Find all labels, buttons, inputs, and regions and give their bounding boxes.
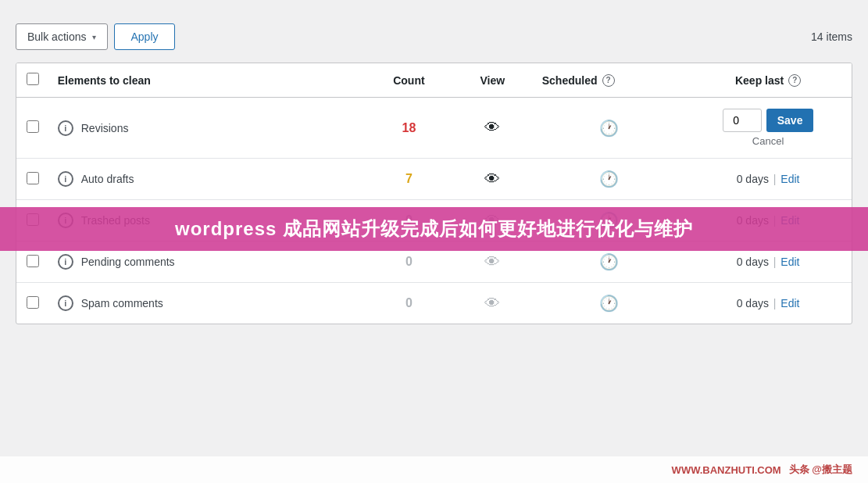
scheduled-help-icon[interactable]: ? — [602, 74, 615, 87]
table-row: i Auto drafts 7 👁 🕐 0 days — [16, 159, 852, 200]
page-wrapper: Bulk actions ▾ Apply 14 items Elements t… — [0, 0, 868, 483]
info-icon-spamcomments[interactable]: i — [58, 295, 73, 311]
apply-button[interactable]: Apply — [114, 23, 174, 50]
header-checkbox-cell — [16, 63, 50, 98]
row-count-autodrafts: 7 — [367, 159, 451, 200]
table-row: i Spam comments 0 👁 🕐 0 days — [16, 283, 852, 324]
clock-icon-revisions: 🕐 — [599, 120, 619, 137]
count-value-pendingcomments: 0 — [405, 255, 413, 268]
count-value-autodrafts: 7 — [405, 172, 413, 185]
eye-icon-autodrafts[interactable]: 👁 — [484, 170, 500, 188]
header-count: Count — [367, 63, 451, 98]
row-scheduled-revisions: 🕐 — [534, 98, 684, 159]
count-value-spamcomments: 0 — [405, 296, 413, 309]
row-keeplast-autodrafts: 0 days | Edit — [684, 159, 852, 200]
clock-icon-pendingcomments: 🕐 — [599, 253, 619, 270]
edit-link-autodrafts[interactable]: Edit — [780, 173, 799, 185]
row-view-revisions: 👁 — [451, 98, 534, 159]
select-all-checkbox[interactable] — [27, 73, 39, 85]
header-view: View — [451, 63, 534, 98]
header-elements: Elements to clean — [50, 63, 367, 98]
count-value-revisions: 18 — [402, 121, 416, 134]
row-checkbox-revisions[interactable] — [27, 120, 39, 133]
watermark-banner: wordpress 成品网站升级完成后如何更好地进行优化与维护 — [0, 207, 868, 251]
clock-icon-spamcomments: 🕐 — [599, 295, 619, 312]
items-count: 14 items — [811, 30, 852, 43]
row-element-revisions: i Revisions — [50, 98, 367, 159]
element-label-revisions: Revisions — [81, 122, 129, 134]
days-text-spamcomments: 0 days — [737, 297, 769, 309]
row-checkbox-cell — [16, 159, 50, 200]
info-icon-pendingcomments[interactable]: i — [58, 254, 73, 270]
keep-last-input-revisions[interactable] — [723, 109, 762, 132]
info-icon-autodrafts[interactable]: i — [58, 171, 73, 187]
element-label-spamcomments: Spam comments — [81, 297, 163, 309]
watermark-bottom: WWW.BANZHUTI.COM 头条 @搬主题 — [0, 456, 868, 483]
chevron-down-icon: ▾ — [92, 33, 96, 41]
row-checkbox-cell — [16, 98, 50, 159]
table-container: Elements to clean Count View Scheduled ? — [16, 63, 852, 324]
clock-icon-autodrafts: 🕐 — [599, 170, 619, 188]
eye-icon-pendingcomments[interactable]: 👁 — [484, 253, 500, 270]
row-view-autodrafts: 👁 — [451, 159, 534, 200]
row-checkbox-spamcomments[interactable] — [27, 296, 39, 309]
save-button-revisions[interactable]: Save — [766, 109, 814, 132]
toolbar: Bulk actions ▾ Apply 14 items — [16, 23, 852, 50]
row-checkbox-cell — [16, 283, 50, 324]
cancel-link-revisions[interactable]: Cancel — [752, 135, 784, 147]
table-header-row: Elements to clean Count View Scheduled ? — [16, 63, 852, 98]
eye-icon-spamcomments[interactable]: 👁 — [484, 295, 500, 312]
header-keep-last: Keep last ? — [684, 63, 852, 98]
row-element-autodrafts: i Auto drafts — [50, 159, 367, 200]
row-checkbox-autodrafts[interactable] — [27, 172, 39, 184]
header-scheduled: Scheduled ? — [534, 63, 684, 98]
table-row: i Revisions 18 👁 🕐 — [16, 98, 852, 159]
toolbar-left: Bulk actions ▾ Apply — [16, 23, 175, 50]
toolbar-right: 14 items — [811, 30, 852, 43]
row-count-revisions: 18 — [367, 98, 451, 159]
info-icon-revisions[interactable]: i — [58, 120, 73, 136]
main-table: Elements to clean Count View Scheduled ? — [16, 63, 852, 324]
row-count-spamcomments: 0 — [367, 283, 451, 324]
bulk-actions-label: Bulk actions — [27, 30, 86, 43]
element-label-autodrafts: Auto drafts — [81, 173, 134, 185]
days-text-pendingcomments: 0 days — [737, 256, 769, 268]
element-label-pendingcomments: Pending comments — [81, 256, 175, 268]
eye-icon-revisions[interactable]: 👁 — [484, 119, 500, 136]
days-text-autodrafts: 0 days — [737, 173, 769, 185]
row-checkbox-pendingcomments[interactable] — [27, 255, 39, 267]
edit-link-spamcomments[interactable]: Edit — [780, 297, 799, 309]
row-keeplast-spamcomments: 0 days | Edit — [684, 283, 852, 324]
watermark-source1: WWW.BANZHUTI.COM — [672, 464, 781, 476]
watermark-source2: 头条 @搬主题 — [789, 463, 852, 477]
row-view-spamcomments: 👁 — [451, 283, 534, 324]
edit-link-pendingcomments[interactable]: Edit — [780, 256, 799, 268]
row-element-spamcomments: i Spam comments — [50, 283, 367, 324]
row-scheduled-autodrafts: 🕐 — [534, 159, 684, 200]
keep-last-help-icon[interactable]: ? — [788, 74, 801, 87]
row-keeplast-revisions: Save Cancel — [684, 98, 852, 159]
row-scheduled-spamcomments: 🕐 — [534, 283, 684, 324]
bulk-actions-button[interactable]: Bulk actions ▾ — [16, 23, 108, 50]
